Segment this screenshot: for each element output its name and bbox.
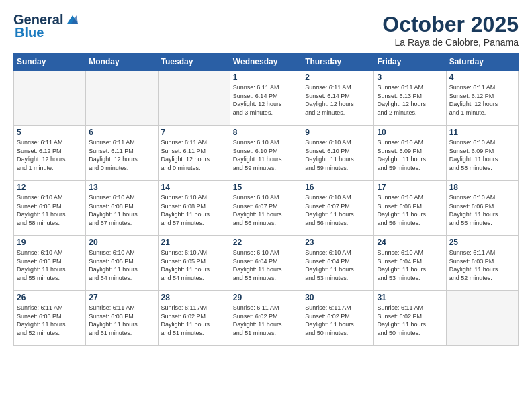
calendar-cell: 31Sunrise: 6:11 AM Sunset: 6:02 PM Dayli… (374, 291, 446, 346)
logo: General Blue (13, 12, 79, 40)
day-info: Sunrise: 6:10 AM Sunset: 6:08 PM Dayligh… (17, 193, 83, 227)
calendar-header-row: SundayMondayTuesdayWednesdayThursdayFrid… (14, 54, 519, 71)
day-number: 19 (17, 238, 83, 247)
day-info: Sunrise: 6:11 AM Sunset: 6:03 PM Dayligh… (17, 304, 83, 337)
day-info: Sunrise: 6:11 AM Sunset: 6:03 PM Dayligh… (89, 304, 154, 337)
day-info: Sunrise: 6:10 AM Sunset: 6:04 PM Dayligh… (377, 248, 443, 282)
calendar-cell: 27Sunrise: 6:11 AM Sunset: 6:03 PM Dayli… (86, 291, 158, 346)
day-number: 10 (377, 128, 443, 137)
calendar-cell: 17Sunrise: 6:10 AM Sunset: 6:06 PM Dayli… (374, 181, 446, 236)
day-info: Sunrise: 6:10 AM Sunset: 6:10 PM Dayligh… (305, 138, 371, 172)
weekday-header-saturday: Saturday (446, 54, 518, 71)
calendar-cell (158, 71, 230, 126)
day-number: 20 (89, 238, 154, 247)
weekday-header-thursday: Thursday (302, 54, 374, 71)
day-number: 18 (449, 183, 515, 192)
calendar-week-row: 12Sunrise: 6:10 AM Sunset: 6:08 PM Dayli… (14, 181, 519, 236)
calendar-cell: 5Sunrise: 6:11 AM Sunset: 6:12 PM Daylig… (14, 126, 86, 181)
calendar-cell: 16Sunrise: 6:10 AM Sunset: 6:07 PM Dayli… (302, 181, 374, 236)
day-number: 6 (89, 128, 154, 137)
calendar-cell (14, 71, 86, 126)
calendar-cell: 3Sunrise: 6:11 AM Sunset: 6:13 PM Daylig… (374, 71, 446, 126)
calendar-cell: 20Sunrise: 6:10 AM Sunset: 6:05 PM Dayli… (86, 236, 158, 291)
weekday-header-monday: Monday (86, 54, 158, 71)
day-number: 3 (377, 73, 443, 82)
day-info: Sunrise: 6:11 AM Sunset: 6:02 PM Dayligh… (161, 304, 227, 337)
day-info: Sunrise: 6:10 AM Sunset: 6:05 PM Dayligh… (161, 248, 227, 282)
day-info: Sunrise: 6:11 AM Sunset: 6:11 PM Dayligh… (161, 138, 227, 172)
day-number: 29 (233, 293, 299, 302)
logo-icon (64, 14, 79, 26)
day-number: 17 (377, 183, 443, 192)
day-info: Sunrise: 6:10 AM Sunset: 6:08 PM Dayligh… (161, 193, 227, 227)
weekday-header-friday: Friday (374, 54, 446, 71)
page-container: General Blue October 2025 La Raya de Cal… (0, 0, 532, 353)
day-info: Sunrise: 6:10 AM Sunset: 6:09 PM Dayligh… (377, 138, 443, 172)
day-number: 26 (17, 293, 83, 302)
day-info: Sunrise: 6:11 AM Sunset: 6:02 PM Dayligh… (377, 304, 443, 337)
logo-blue: Blue (15, 25, 44, 40)
month-title: October 2025 (382, 12, 519, 37)
day-number: 12 (17, 183, 83, 192)
day-info: Sunrise: 6:11 AM Sunset: 6:14 PM Dayligh… (305, 83, 371, 117)
calendar-cell: 15Sunrise: 6:10 AM Sunset: 6:07 PM Dayli… (230, 181, 302, 236)
day-number: 7 (161, 128, 227, 137)
calendar-week-row: 19Sunrise: 6:10 AM Sunset: 6:05 PM Dayli… (14, 236, 519, 291)
day-number: 30 (305, 293, 371, 302)
calendar-cell: 14Sunrise: 6:10 AM Sunset: 6:08 PM Dayli… (158, 181, 230, 236)
day-info: Sunrise: 6:11 AM Sunset: 6:14 PM Dayligh… (233, 83, 299, 117)
calendar-cell: 29Sunrise: 6:11 AM Sunset: 6:02 PM Dayli… (230, 291, 302, 346)
day-info: Sunrise: 6:10 AM Sunset: 6:08 PM Dayligh… (89, 193, 154, 227)
day-number: 8 (233, 128, 299, 137)
day-info: Sunrise: 6:10 AM Sunset: 6:10 PM Dayligh… (233, 138, 299, 172)
calendar-cell: 6Sunrise: 6:11 AM Sunset: 6:11 PM Daylig… (86, 126, 158, 181)
calendar-cell: 21Sunrise: 6:10 AM Sunset: 6:05 PM Dayli… (158, 236, 230, 291)
day-info: Sunrise: 6:11 AM Sunset: 6:02 PM Dayligh… (233, 304, 299, 337)
day-info: Sunrise: 6:11 AM Sunset: 6:11 PM Dayligh… (89, 138, 154, 172)
calendar-cell: 22Sunrise: 6:10 AM Sunset: 6:04 PM Dayli… (230, 236, 302, 291)
calendar-cell: 26Sunrise: 6:11 AM Sunset: 6:03 PM Dayli… (14, 291, 86, 346)
day-info: Sunrise: 6:10 AM Sunset: 6:07 PM Dayligh… (233, 193, 299, 227)
calendar-cell (86, 71, 158, 126)
day-number: 23 (305, 238, 371, 247)
calendar-cell: 23Sunrise: 6:10 AM Sunset: 6:04 PM Dayli… (302, 236, 374, 291)
calendar-cell: 12Sunrise: 6:10 AM Sunset: 6:08 PM Dayli… (14, 181, 86, 236)
calendar-cell: 8Sunrise: 6:10 AM Sunset: 6:10 PM Daylig… (230, 126, 302, 181)
day-number: 15 (233, 183, 299, 192)
calendar-cell: 4Sunrise: 6:11 AM Sunset: 6:12 PM Daylig… (446, 71, 518, 126)
day-info: Sunrise: 6:10 AM Sunset: 6:06 PM Dayligh… (377, 193, 443, 227)
title-block: October 2025 La Raya de Calobre, Panama (382, 12, 519, 48)
calendar-week-row: 26Sunrise: 6:11 AM Sunset: 6:03 PM Dayli… (14, 291, 519, 346)
calendar-cell: 10Sunrise: 6:10 AM Sunset: 6:09 PM Dayli… (374, 126, 446, 181)
weekday-header-wednesday: Wednesday (230, 54, 302, 71)
day-number: 5 (17, 128, 83, 137)
day-number: 13 (89, 183, 154, 192)
calendar-cell: 28Sunrise: 6:11 AM Sunset: 6:02 PM Dayli… (158, 291, 230, 346)
day-number: 4 (449, 73, 515, 82)
day-info: Sunrise: 6:10 AM Sunset: 6:04 PM Dayligh… (305, 248, 371, 282)
day-info: Sunrise: 6:10 AM Sunset: 6:05 PM Dayligh… (17, 248, 83, 282)
calendar-cell (446, 291, 518, 346)
calendar-cell: 7Sunrise: 6:11 AM Sunset: 6:11 PM Daylig… (158, 126, 230, 181)
calendar-cell: 30Sunrise: 6:11 AM Sunset: 6:02 PM Dayli… (302, 291, 374, 346)
calendar-cell: 18Sunrise: 6:10 AM Sunset: 6:06 PM Dayli… (446, 181, 518, 236)
day-number: 27 (89, 293, 154, 302)
calendar-cell: 13Sunrise: 6:10 AM Sunset: 6:08 PM Dayli… (86, 181, 158, 236)
calendar-cell: 9Sunrise: 6:10 AM Sunset: 6:10 PM Daylig… (302, 126, 374, 181)
location-subtitle: La Raya de Calobre, Panama (382, 37, 519, 48)
calendar-cell: 2Sunrise: 6:11 AM Sunset: 6:14 PM Daylig… (302, 71, 374, 126)
calendar-week-row: 1Sunrise: 6:11 AM Sunset: 6:14 PM Daylig… (14, 71, 519, 126)
day-number: 2 (305, 73, 371, 82)
day-info: Sunrise: 6:10 AM Sunset: 6:06 PM Dayligh… (449, 193, 515, 227)
day-number: 16 (305, 183, 371, 192)
calendar-cell: 25Sunrise: 6:11 AM Sunset: 6:03 PM Dayli… (446, 236, 518, 291)
day-info: Sunrise: 6:11 AM Sunset: 6:02 PM Dayligh… (305, 304, 371, 337)
weekday-header-sunday: Sunday (14, 54, 86, 71)
day-info: Sunrise: 6:10 AM Sunset: 6:05 PM Dayligh… (89, 248, 154, 282)
calendar-week-row: 5Sunrise: 6:11 AM Sunset: 6:12 PM Daylig… (14, 126, 519, 181)
day-info: Sunrise: 6:11 AM Sunset: 6:13 PM Dayligh… (377, 83, 443, 117)
calendar-cell: 19Sunrise: 6:10 AM Sunset: 6:05 PM Dayli… (14, 236, 86, 291)
day-number: 24 (377, 238, 443, 247)
day-info: Sunrise: 6:11 AM Sunset: 6:12 PM Dayligh… (17, 138, 83, 172)
day-number: 9 (305, 128, 371, 137)
